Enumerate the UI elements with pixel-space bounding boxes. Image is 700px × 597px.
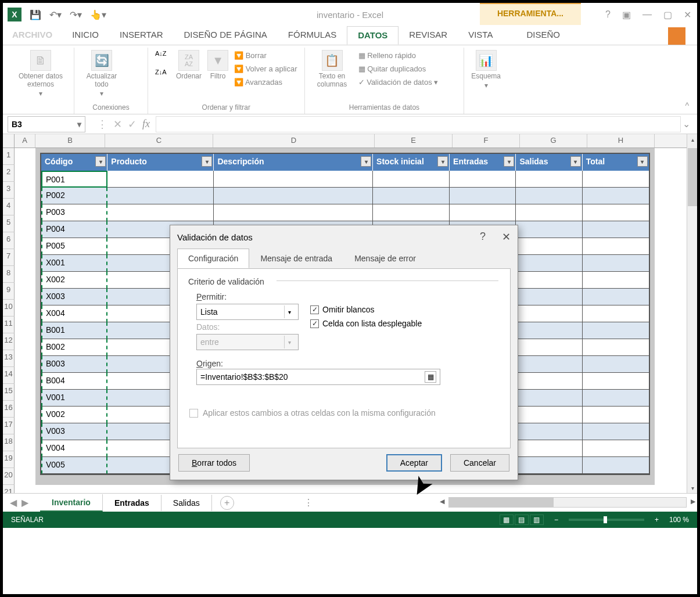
sheet-tab-salidas[interactable]: Salidas (161, 495, 212, 511)
celda-lista-checkbox[interactable]: ✓ Celda con lista desplegable (310, 319, 422, 328)
row-header[interactable]: 15 (3, 384, 15, 401)
flash-fill-button[interactable]: ▦ Relleno rápido (358, 50, 439, 61)
cell-codigo[interactable]: V004 (41, 440, 107, 457)
tab-mensaje-entrada[interactable]: Mensaje de entrada (249, 249, 343, 268)
advanced-filter-button[interactable]: 🔽 Avanzadas (234, 77, 297, 88)
cell[interactable] (583, 390, 649, 407)
scroll-down-icon[interactable]: ▾ (688, 483, 697, 493)
row-header[interactable]: 17 (3, 418, 15, 434)
cell-codigo[interactable]: B001 (41, 322, 107, 339)
collapse-ribbon-icon[interactable]: ^ (685, 101, 689, 110)
row-header[interactable]: 21 (3, 485, 15, 493)
cell-codigo[interactable]: B004 (41, 373, 107, 390)
cell-codigo[interactable]: P001 (41, 171, 107, 188)
row-header[interactable]: 12 (3, 333, 15, 350)
cell-codigo[interactable]: X003 (41, 289, 107, 305)
cell[interactable] (516, 289, 582, 305)
cell-codigo[interactable]: B003 (41, 356, 107, 373)
cell[interactable] (516, 356, 582, 373)
page-layout-view-icon[interactable]: ▤ (515, 515, 529, 525)
cell[interactable] (516, 221, 582, 238)
row-header[interactable]: 10 (3, 300, 15, 317)
col-header[interactable]: C (105, 134, 213, 148)
cell[interactable] (516, 305, 582, 322)
cell-codigo[interactable]: X004 (41, 305, 107, 322)
sort-az-icon[interactable]: A↓Z (155, 50, 170, 65)
cell[interactable] (583, 339, 649, 356)
row-header[interactable]: 18 (3, 434, 15, 451)
cell[interactable] (516, 238, 582, 255)
cell-codigo[interactable]: X001 (41, 255, 107, 272)
cell[interactable] (450, 188, 516, 204)
sheet-tab-entradas[interactable]: Entradas (103, 495, 161, 511)
range-selector-icon[interactable]: ▦ (425, 371, 436, 383)
scroll-thumb[interactable] (449, 498, 554, 507)
cell[interactable] (107, 188, 214, 204)
row-header[interactable]: 16 (3, 401, 15, 418)
cell[interactable] (373, 171, 450, 188)
borrar-todos-button[interactable]: Borrar todos (178, 454, 250, 472)
filter-icon[interactable]: ▾ (361, 156, 371, 167)
zoom-out-icon[interactable]: − (554, 516, 558, 524)
col-header[interactable]: H (587, 134, 655, 148)
cell[interactable] (214, 188, 373, 204)
filter-icon[interactable]: ▾ (570, 156, 581, 167)
tab-diseno-pagina[interactable]: DISEÑO DE PÁGINA (173, 26, 277, 45)
cancelar-button[interactable]: Cancelar (450, 454, 509, 472)
tab-archivo[interactable]: ARCHIVO (3, 26, 62, 45)
cell[interactable] (373, 204, 450, 221)
row-header[interactable]: 8 (3, 266, 15, 283)
row-header[interactable]: 2 (3, 165, 15, 182)
minimize-icon[interactable]: — (642, 9, 652, 20)
cell[interactable] (583, 457, 649, 474)
cell-codigo[interactable]: P002 (41, 188, 107, 204)
cell[interactable] (583, 322, 649, 339)
row-header[interactable]: 1 (3, 148, 15, 165)
col-header[interactable]: F (453, 134, 520, 148)
row-header[interactable]: 13 (3, 350, 15, 367)
namebox-dropdown-icon[interactable]: ▾ (77, 120, 81, 129)
formula-bar[interactable] (156, 116, 681, 132)
cell[interactable] (583, 440, 649, 457)
undo-icon[interactable]: ↶▾ (49, 9, 62, 20)
sheet-tab-inventario[interactable]: Inventario (40, 494, 103, 512)
save-icon[interactable]: 💾 (30, 9, 41, 20)
cell[interactable] (583, 188, 649, 204)
filter-icon[interactable]: ▾ (437, 156, 448, 167)
cell[interactable] (516, 188, 582, 204)
cell[interactable] (516, 272, 582, 289)
close-icon[interactable]: ✕ (684, 9, 691, 20)
whatif-icon[interactable] (444, 66, 457, 79)
help-icon[interactable]: ? (605, 9, 611, 20)
cell[interactable] (583, 171, 649, 188)
cell-codigo[interactable]: P004 (41, 221, 107, 238)
properties-icon[interactable] (128, 66, 141, 79)
account-indicator[interactable] (668, 27, 685, 45)
cell[interactable] (583, 373, 649, 390)
cell[interactable] (583, 204, 649, 221)
filter-icon[interactable]: ▾ (504, 156, 514, 167)
cell[interactable] (107, 204, 214, 221)
tab-revisar[interactable]: REVISAR (399, 26, 458, 45)
cell-codigo[interactable]: P005 (41, 238, 107, 255)
outline-button[interactable]: 📊 Esquema ▾ (471, 50, 501, 89)
tab-mensaje-error[interactable]: Mensaje de error (343, 249, 427, 268)
row-header[interactable]: 9 (3, 283, 15, 300)
dialog-help-icon[interactable]: ? (480, 231, 486, 243)
cell[interactable] (516, 339, 582, 356)
scroll-right-icon[interactable]: ▶ (691, 498, 695, 505)
expand-formula-bar-icon[interactable]: ⌄ (683, 118, 690, 130)
page-break-view-icon[interactable]: ▥ (530, 515, 544, 525)
new-sheet-button[interactable]: + (220, 496, 234, 510)
filter-button[interactable]: ▼ Filtro (207, 50, 228, 80)
cell[interactable] (583, 289, 649, 305)
reapply-button[interactable]: 🔽 Volver a aplicar (234, 63, 297, 74)
cell-codigo[interactable]: P003 (41, 204, 107, 221)
cell[interactable] (583, 407, 649, 423)
cell[interactable] (450, 171, 516, 188)
zoom-slider[interactable] (569, 519, 644, 521)
sort-button[interactable]: ZAAZ Ordenar (176, 50, 202, 80)
edit-links-icon[interactable] (128, 82, 141, 95)
cell[interactable] (373, 188, 450, 204)
row-header[interactable]: 7 (3, 249, 15, 266)
